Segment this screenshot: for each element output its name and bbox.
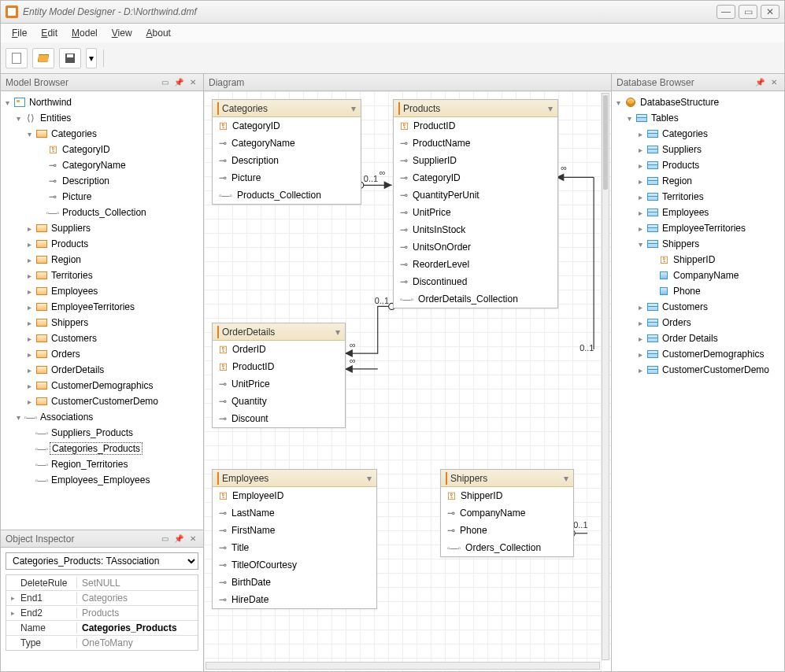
open-button[interactable] (32, 48, 54, 68)
node-field[interactable]: ⚿CategoryID (213, 117, 361, 135)
tree-toggle-icon[interactable]: ▸ (24, 382, 34, 390)
tree-toggle-icon[interactable]: ▸ (635, 209, 645, 217)
pin-icon[interactable]: 📌 (173, 77, 184, 88)
menu-about[interactable]: About (140, 25, 177, 41)
new-button[interactable] (6, 48, 28, 68)
table-node[interactable]: ▸Categories (613, 126, 783, 142)
field-node[interactable]: ⚿CategoryID (2, 142, 202, 157)
node-field[interactable]: ⚿EmployeeID (213, 487, 376, 504)
property-row[interactable]: DeleteRuleSetNULL (6, 575, 198, 590)
pin-icon[interactable]: 📌 (754, 77, 765, 88)
table-node[interactable]: ▸Suppliers (613, 142, 783, 157)
tree-toggle-icon[interactable]: ▾ (13, 114, 23, 123)
tree-toggle-icon[interactable]: ▾ (624, 114, 634, 123)
table-node[interactable]: ▸Territories (613, 189, 783, 205)
table-node[interactable]: ▸Customers (613, 299, 783, 315)
pin-icon[interactable]: 📌 (173, 534, 184, 545)
tree-toggle-icon[interactable]: ▸ (635, 177, 645, 186)
tree-toggle-icon[interactable]: ▸ (24, 397, 34, 406)
field-node[interactable]: ⊸Picture (2, 189, 202, 205)
node-field[interactable]: ⚿ProductID (394, 117, 557, 135)
table-node[interactable]: ▸Products (613, 157, 783, 173)
diagram-node-products[interactable]: Products▾⚿ProductID⊸ProductName⊸Supplier… (393, 99, 558, 308)
menu-model[interactable]: Model (65, 25, 104, 41)
tree-toggle-icon[interactable]: ▸ (24, 303, 34, 312)
tree-toggle-icon[interactable]: ▸ (24, 271, 34, 280)
table-node[interactable]: ▸CustomerDemographics (613, 346, 783, 362)
tree-toggle-icon[interactable]: ▸ (635, 303, 645, 312)
node-field[interactable]: ⚿ProductID (213, 358, 345, 375)
column-node[interactable]: ⚿ShipperID (613, 252, 783, 268)
node-field[interactable]: ⊸Description (213, 152, 361, 169)
node-field[interactable]: ⊸UnitPrice (213, 375, 345, 393)
node-field[interactable]: ⊸QuantityPerUnit (394, 186, 557, 204)
entity-node[interactable]: ▸CustomerDemographics (2, 378, 202, 393)
node-field[interactable]: ⚿OrderID (213, 341, 345, 358)
node-field[interactable]: ⊸Quantity (213, 393, 345, 410)
node-field[interactable]: ⊸ProductName (394, 135, 557, 152)
property-value[interactable]: Products (77, 607, 198, 618)
table-node[interactable]: ▸Region (613, 173, 783, 189)
tree-toggle-icon[interactable]: ▸ (635, 334, 645, 343)
node-field[interactable]: ⊸HireDate (213, 591, 376, 608)
entity-node[interactable]: ▸Shippers (2, 315, 202, 330)
tree-toggle-icon[interactable]: ▸ (635, 146, 645, 154)
node-field[interactable]: ⊸Phone (441, 522, 573, 539)
model-browser-tree[interactable]: ▾Northwind▾⟨⟩Entities▾Categories⚿Categor… (1, 91, 203, 530)
diagram-node-shippers[interactable]: Shippers▾⚿ShipperID⊸CompanyName⊸Phone▫—▫… (440, 469, 574, 557)
diagram-node-categories[interactable]: Categories▾⚿CategoryID⊸CategoryName⊸Desc… (212, 99, 361, 205)
entity-node[interactable]: ▸Suppliers (2, 220, 202, 236)
property-row[interactable]: TypeOneToMany (6, 635, 198, 650)
tree-toggle-icon[interactable]: ▾ (613, 98, 623, 107)
table-node[interactable]: ▸Order Details (613, 330, 783, 346)
entity-node[interactable]: ▸Customers (2, 330, 202, 346)
node-field[interactable]: ⊸TitleOfCourtesy (213, 556, 376, 574)
tree-toggle-icon[interactable]: ▾ (635, 240, 645, 249)
node-field[interactable]: ⊸UnitsInStock (394, 221, 557, 238)
window-position-icon[interactable]: ▭ (159, 77, 170, 88)
field-node[interactable]: ⊸Description (2, 173, 202, 189)
table-node[interactable]: ▾Shippers (613, 236, 783, 252)
node-field[interactable]: ⊸Discontinued (394, 273, 557, 290)
chevron-down-icon[interactable]: ▾ (335, 327, 340, 338)
save-dropdown-button[interactable]: ▾ (86, 48, 97, 68)
tree-toggle-icon[interactable]: ▸ (635, 193, 645, 201)
node-field[interactable]: ⊸Discount (213, 410, 345, 427)
tables-node[interactable]: ▾Tables (613, 110, 783, 126)
field-node[interactable]: ⊸CategoryName (2, 157, 202, 173)
close-panel-icon[interactable]: ✕ (768, 77, 779, 88)
node-header[interactable]: Products▾ (394, 100, 557, 117)
table-node[interactable]: ▸EmployeeTerritories (613, 220, 783, 236)
entity-node[interactable]: ▸Orders (2, 346, 202, 362)
tree-toggle-icon[interactable]: ▸ (635, 130, 645, 138)
property-value[interactable]: Categories_Products (77, 622, 198, 633)
diagram-canvas[interactable]: 0..1∞0..1∞∞∞0..10..1 Categories▾⚿Categor… (204, 91, 611, 671)
entity-node[interactable]: ▸Products (2, 236, 202, 252)
table-node[interactable]: ▸Employees (613, 205, 783, 220)
inspector-selection-dropdown[interactable]: Categories_Products: TAssociation (6, 552, 198, 570)
tree-toggle-icon[interactable]: ▸ (635, 224, 645, 233)
column-node[interactable]: Phone (613, 283, 783, 299)
node-field[interactable]: ⊸CategoryID (394, 169, 557, 186)
property-value[interactable]: OneToMany (77, 637, 198, 648)
db-root[interactable]: ▾DatabaseStructure (613, 94, 783, 110)
node-header[interactable]: OrderDetails▾ (213, 323, 345, 341)
column-node[interactable]: CompanyName (613, 268, 783, 283)
node-field[interactable]: ⊸SupplierID (394, 152, 557, 169)
entity-node[interactable]: ▸EmployeeTerritories (2, 299, 202, 315)
tree-toggle-icon[interactable]: ▸ (635, 319, 645, 327)
tree-toggle-icon[interactable]: ▸ (24, 334, 34, 343)
tree-root[interactable]: ▾Northwind (2, 94, 202, 110)
tree-toggle-icon[interactable]: ▸ (24, 224, 34, 233)
tree-toggle-icon[interactable]: ▸ (635, 366, 645, 375)
horizontal-scrollbar[interactable] (206, 662, 600, 670)
chevron-down-icon[interactable]: ▾ (351, 103, 356, 114)
node-field[interactable]: ⊸Title (213, 539, 376, 556)
node-field[interactable]: ⚿ShipperID (441, 487, 573, 504)
entity-node[interactable]: ▾Categories (2, 126, 202, 142)
vertical-scrollbar[interactable] (602, 93, 609, 660)
tree-toggle-icon[interactable]: ▾ (2, 98, 12, 107)
associations-node[interactable]: ▾▫—▫Associations (2, 409, 202, 425)
node-header[interactable]: Shippers▾ (441, 470, 573, 487)
tree-toggle-icon[interactable]: ▸ (24, 240, 34, 249)
